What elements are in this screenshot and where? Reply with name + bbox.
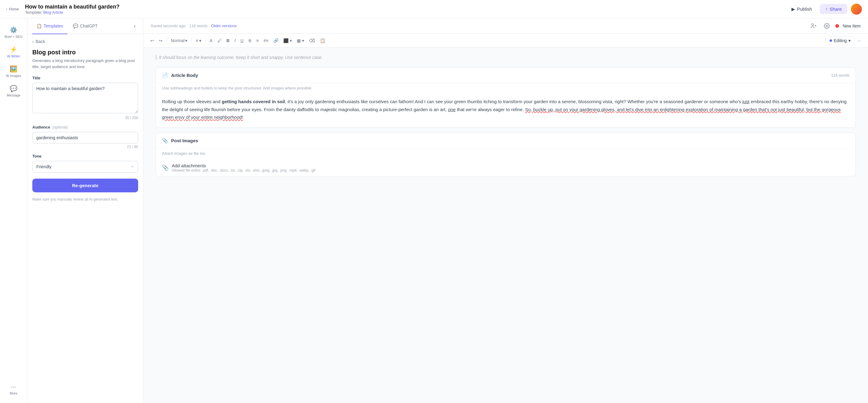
doc-title: How to maintain a beautiful garden? <box>25 4 787 10</box>
share-icon: ↑ <box>825 6 828 11</box>
gear-icon: ⚙️ <box>10 26 18 34</box>
home-label: Home <box>9 7 19 11</box>
article-body-section: 📄 Article Body 116 words Use subheadings… <box>156 67 856 127</box>
home-link[interactable]: ‹ Home <box>6 7 19 11</box>
share-label: Share <box>830 6 842 11</box>
text-style-label: Normal <box>171 38 185 43</box>
sidebar-item-ai-writer[interactable]: ⚡ AI Writer <box>2 43 26 61</box>
remove-format-button[interactable]: ⌫ <box>307 37 317 45</box>
bold-button[interactable]: B <box>224 37 232 45</box>
text-color-button[interactable]: A <box>207 37 214 45</box>
sidebar-item-more[interactable]: ··· More <box>2 380 26 398</box>
instruction-text: It should focus on the learning outcome.… <box>156 55 856 60</box>
link-button[interactable]: 🔗 <box>271 37 281 45</box>
undo-button[interactable]: ↩ <box>148 37 156 45</box>
panel-tabs: 📋 Templates 💬 ChatGPT ‹ <box>27 18 143 34</box>
audience-input[interactable] <box>32 132 138 143</box>
strikethrough-button[interactable]: S <box>246 37 253 45</box>
sidebar-label-ai-writer: AI Writer <box>7 54 20 58</box>
main-layout: ⚙️ Brief + SEO ⚡ AI Writer 🖼️ AI Images … <box>0 18 868 403</box>
image-icon: 🖼️ <box>10 65 18 73</box>
highlight-button[interactable]: 🖊 <box>215 37 224 45</box>
publish-icon: ▶ <box>792 6 795 12</box>
underline-button[interactable]: U <box>239 37 246 45</box>
audience-optional-label: (optional) <box>53 125 68 129</box>
separator-1 <box>166 37 167 44</box>
sidebar-item-ai-images[interactable]: 🖼️ AI Images <box>2 62 26 81</box>
sidebar-label-ai-images: AI Images <box>6 74 21 78</box>
regenerate-button[interactable]: Re-generate <box>32 179 138 192</box>
word-count: 116 words <box>189 24 207 28</box>
chatgpt-tab-label: ChatGPT <box>80 24 98 28</box>
svg-point-0 <box>812 24 814 26</box>
title-field-container: Title How to maintain a beautiful garden… <box>32 76 138 120</box>
title-textarea[interactable]: How to maintain a beautiful garden? <box>32 83 138 113</box>
sidebar-label-more: More <box>10 392 18 395</box>
text-style-dropdown[interactable]: Normal ▾ <box>169 37 189 45</box>
templates-tab-icon: 📋 <box>37 24 42 28</box>
sidebar-label-message: Message <box>7 93 21 97</box>
svg-point-3 <box>826 25 828 27</box>
settings-button[interactable] <box>822 21 832 31</box>
add-attachments-area[interactable]: 📎 Add attachments Allowed file extns: .p… <box>156 160 856 176</box>
italic-button[interactable]: I <box>232 37 238 45</box>
attach-title: Add attachments <box>172 163 315 168</box>
attach-text-area: Add attachments Allowed file extns: .pdf… <box>172 163 315 172</box>
editing-indicator <box>830 39 832 42</box>
article-body-header: 📄 Article Body 116 words <box>156 67 856 83</box>
older-versions-link[interactable]: Older versions <box>211 24 237 28</box>
editor-content: It should focus on the learning outcome.… <box>143 48 868 403</box>
status-dot <box>835 24 839 28</box>
panel-collapse-button[interactable]: ‹ <box>131 22 138 31</box>
more-tools-button[interactable]: 📋 <box>318 37 327 45</box>
ai-disclaimer: Make sure you manually review all AI gen… <box>32 197 138 202</box>
redo-button[interactable]: ↪ <box>157 37 165 45</box>
title-char-count: 35 / 200 <box>32 116 138 120</box>
save-status: Saved seconds ago <box>151 24 185 28</box>
template-prefix: Template: <box>25 10 42 15</box>
sidebar-label-brief-seo: Brief + SEO <box>5 35 22 38</box>
doc-title-area: How to maintain a beautiful garden? Temp… <box>25 4 787 15</box>
settings-icon <box>824 23 830 29</box>
more-icon: ··· <box>11 383 16 390</box>
sidebar-item-message[interactable]: 💬 Message <box>2 82 26 100</box>
table-button[interactable]: ▦ ▾ <box>294 37 306 45</box>
numbered-list-button[interactable]: #≡ <box>261 37 271 45</box>
template-section-desc: Generates a blog introductory paragraph … <box>32 58 138 69</box>
align-button[interactable]: ≡ ▾ <box>193 37 204 45</box>
post-images-section: 📎 Post Images Attach Images as file too … <box>156 133 856 176</box>
embed-button[interactable]: ⬛ ▾ <box>281 37 294 45</box>
doc-subtitle: Template: Blog Article <box>25 10 787 15</box>
avatar[interactable] <box>851 4 862 15</box>
attach-desc: Allowed file extns: .pdf, .doc, .docx, .… <box>172 168 315 172</box>
audience-char-count: 21 / 80 <box>32 145 138 149</box>
panel: 📋 Templates 💬 ChatGPT ‹ ‹ Back Blog post… <box>27 18 143 403</box>
document-icon: 📄 <box>162 73 168 78</box>
article-body-title: Article Body <box>171 73 198 78</box>
post-images-guide: Attach Images as file too <box>156 149 856 160</box>
add-collaborator-button[interactable] <box>808 21 818 31</box>
tab-chatgpt[interactable]: 💬 ChatGPT <box>69 18 102 34</box>
panel-content: ‹ Back Blog post intro Generates a blog … <box>27 34 143 403</box>
share-button[interactable]: ↑ Share <box>820 4 847 14</box>
post-images-header: 📎 Post Images <box>156 133 856 149</box>
tone-field-container: Tone Friendly Professional Casual Formal <box>32 154 138 172</box>
avatar-image <box>851 4 862 15</box>
chevron-left-icon: ‹ <box>32 39 34 44</box>
editing-label: Editing <box>834 38 847 43</box>
sidebar-item-brief-seo[interactable]: ⚙️ Brief + SEO <box>2 23 26 41</box>
more-options-button[interactable]: ··· <box>855 37 863 45</box>
back-link[interactable]: ‹ Back <box>32 39 138 44</box>
audience-field-container: Audience (optional) 21 / 80 <box>32 125 138 149</box>
tone-select[interactable]: Friendly Professional Casual Formal <box>32 161 138 172</box>
article-body-content[interactable]: Rolling up those sleeves and getting han… <box>156 94 856 127</box>
tab-templates[interactable]: 📋 Templates <box>32 18 67 34</box>
bullet-list-button[interactable]: ≡ <box>254 37 261 45</box>
separator-3 <box>205 37 206 44</box>
publish-button[interactable]: ▶ Publish <box>787 4 816 15</box>
tone-field-label: Tone <box>32 154 138 159</box>
editing-dropdown[interactable]: Editing ▾ <box>826 36 855 45</box>
template-name-link[interactable]: Blog Article <box>43 10 63 15</box>
chat-icon: 💬 <box>10 85 18 92</box>
audience-field-label: Audience (optional) <box>32 125 138 129</box>
